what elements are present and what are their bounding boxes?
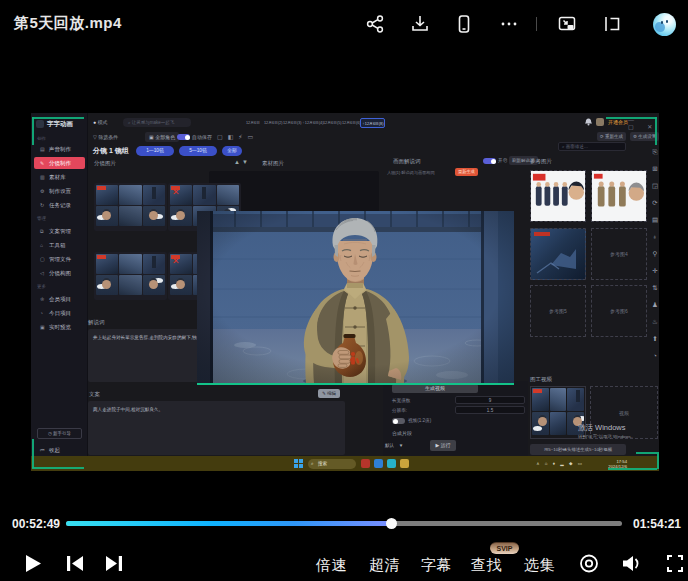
episodes-button[interactable]: 选集 [524,556,555,575]
mode-toggle[interactable]: ● 模式 [93,119,107,125]
compose-select[interactable]: 默认 ▼ [385,443,403,448]
windows-taskbar[interactable]: ⌕搜索 ∧ ⌂ ♦ ▂ ◆ ▭ 17:542024/12/6 [31,456,659,471]
reference-image-2[interactable] [591,170,647,222]
resolution-input[interactable]: 1.5 [455,406,525,414]
play-button[interactable] [22,553,44,574]
tab-date-1[interactable]: 12月6日 [245,118,261,128]
taskbar-app-4[interactable] [400,459,409,468]
aspect-label: 长宽倍数 [392,398,410,403]
record-border-br-top [636,452,657,454]
copy-textarea[interactable]: 两人走进院子中间,相对沉默良久。 [88,401,345,455]
all-roles-button[interactable]: ▣ 全部角色 [145,132,179,142]
pen-icon: ✎ [40,157,46,169]
vip-button[interactable]: 开通会员 [608,119,628,125]
taskbar-tray-icons[interactable]: ∧ ⌂ ♦ ▂ ◆ ▭ [536,461,584,466]
shot-range-pill-1[interactable]: 1—10镜 [136,146,174,156]
tab-date-6[interactable]: 12月6日(6) [341,118,362,128]
sidebar-item[interactable]: ♔会员项目 [34,293,85,305]
sort-icons[interactable]: ▲▼ [234,159,250,165]
regen-image-button[interactable]: ⟳ 重新生成 [597,132,626,141]
download-icon[interactable] [409,13,431,35]
video-ratio-toggle[interactable] [392,418,405,424]
reference-image-3[interactable] [530,228,586,280]
tab-date-3[interactable]: 12月6日(3) [282,118,303,128]
sidebar-item[interactable]: ▤声音制作 [34,143,85,155]
gen-clip-button[interactable]: 用5~10秒镜头描述生成5~10秒视频 [530,444,626,455]
reference-image-1[interactable] [530,170,586,222]
app-logo-text: 字字动画 [47,120,73,129]
player-stage: 第5天回放.mp4 [0,0,688,581]
record-border-bl-v [32,439,34,468]
tab-date-4[interactable]: ♀12月6日(4) [301,118,324,128]
regen-narration-button[interactable]: 重新生成 [455,168,478,176]
phone-icon[interactable] [453,13,475,35]
more-icon[interactable] [498,13,520,35]
previous-button[interactable] [64,553,86,574]
speed-button[interactable]: 倍速 [316,556,347,575]
run-button[interactable]: ▶ 运行 [430,440,456,451]
narration-toggle[interactable] [483,158,496,164]
app-user-avatar[interactable] [596,118,604,126]
sidebar-item[interactable]: ◔今日项目 [34,307,85,319]
filter-button[interactable]: ▽ 筛选条件 [93,134,118,140]
danmaku-settings-icon[interactable] [578,553,600,574]
pip-icon[interactable] [556,13,578,35]
collapse-icon: ⏮ [40,444,46,456]
user-avatar[interactable] [653,13,676,36]
view-mode-icons[interactable]: ▢◧⚡▭ [217,133,258,140]
storyboard-card[interactable] [94,183,167,231]
tab-date-2[interactable]: 12月6日(2) [263,118,284,128]
sidebar-item[interactable]: ⌂工具箱 [34,239,85,251]
edit-copy-button[interactable]: ✎ 编辑 [318,389,340,398]
narration-label: 画面解说词 [393,158,421,165]
taskbar-search[interactable]: ⌕搜索 [308,459,356,469]
quality-button[interactable]: 超清 [369,556,400,575]
guide-button[interactable]: ◷ 新手引导 [37,428,82,439]
sidebar-item[interactable]: ⚙制作设置 [34,185,85,197]
subtitle-button[interactable]: 字幕 [421,556,452,575]
taskbar-app-1[interactable] [361,459,370,468]
reference-cell-4[interactable]: 参考图4 [591,228,647,280]
storyboard-card[interactable] [94,252,167,300]
progress-thumb[interactable] [386,518,397,529]
windows-start-icon[interactable] [294,459,303,468]
app-search-input[interactable]: ⌕ 让灵感与make一起飞 [123,118,191,127]
collapse-button[interactable]: ⏮收起 [34,444,85,456]
video-frame[interactable]: 字字动画 创作 ▤声音制作 ✎分镜制作 ▥素材库 ⚙制作设置 ↻任务记录 管理 … [31,113,659,471]
share-icon[interactable] [364,13,386,35]
tab-date-8-selected[interactable]: ♀12月6日(8) [360,118,385,128]
generate-video-button[interactable]: 生成视频 [392,384,478,393]
reference-cell-5[interactable]: 参考图5 [530,285,586,337]
sidebar-item[interactable]: ◁分镜构图 [34,267,85,279]
work-video-label: 图工视频 [530,376,552,383]
compose-section-label: 合成片段 [392,430,412,436]
taskbar-app-3[interactable] [387,459,396,468]
script-label: 解说词 [88,319,105,326]
record-border-tl-h [32,117,84,119]
sidebar-item[interactable]: ▢管理文件 [34,253,85,265]
shot-range-pill-3[interactable]: 全部 [222,146,242,156]
tab-date-5[interactable]: 12月6日(5) [322,118,343,128]
shot-range-pill-2[interactable]: 5—10镜 [179,146,217,156]
sidebar-item[interactable]: ▣实时预览 [34,321,85,333]
preview-popup[interactable] [197,211,514,385]
aspect-input[interactable]: 9 [455,396,525,404]
reference-cell-6[interactable]: 参考图6 [591,285,647,337]
autosave-toggle[interactable] [177,134,190,140]
taskbar-app-2[interactable] [374,459,383,468]
sidebar-item[interactable]: ▥素材库 [34,171,85,183]
sidebar-item[interactable]: ⧉文案管理 [34,225,85,237]
autosave-label: 自动保存 [192,134,212,140]
fullscreen-icon[interactable] [664,553,686,574]
search-in-video-button[interactable]: 查找 [471,556,502,575]
mini-window-icon[interactable] [601,13,623,35]
sidebar-item[interactable]: ↻任务记录 [34,199,85,211]
volume-icon[interactable] [620,553,642,574]
right-toolbar-icons[interactable]: ⎘⊞◲⟳▤♁⚲✛⇅♟♨⬆◔ [650,143,659,364]
describe-input[interactable]: ⌕ 画面描述… [558,142,626,151]
sidebar-item-active[interactable]: ✎分镜制作 [34,157,85,169]
material-images-label: 素材图片 [262,160,284,167]
record-border-br-h [608,468,657,470]
bell-icon[interactable] [585,118,592,127]
next-button[interactable] [103,553,125,574]
